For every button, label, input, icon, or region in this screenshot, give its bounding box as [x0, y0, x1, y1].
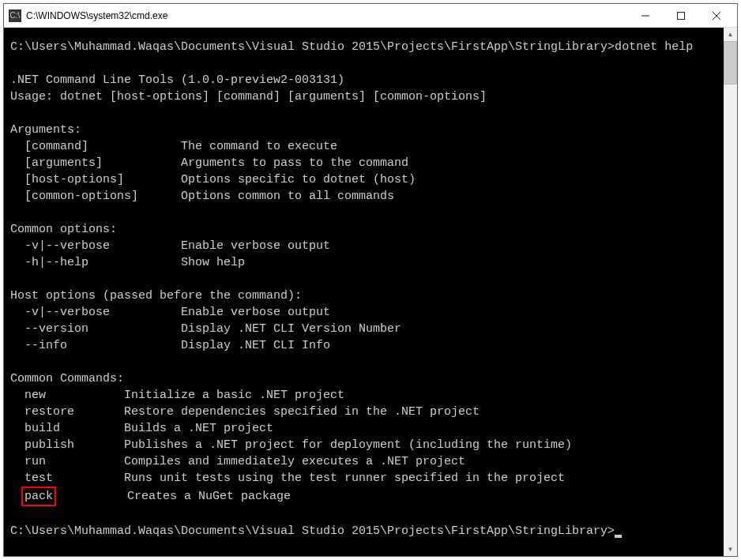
svg-rect-1 — [677, 12, 684, 19]
scroll-down-button[interactable]: ▼ — [724, 543, 737, 556]
scroll-up-button[interactable]: ▲ — [724, 28, 737, 41]
window-title: C:\WINDOWS\system32\cmd.exe — [26, 10, 627, 21]
scrollbar[interactable]: ▲ ▼ — [724, 28, 737, 556]
terminal[interactable]: C:\Users\Muhammad.Waqas\Documents\Visual… — [4, 28, 724, 556]
cursor — [615, 535, 622, 538]
maximize-button[interactable] — [663, 5, 698, 27]
titlebar: C:\ C:\WINDOWS\system32\cmd.exe — [4, 4, 737, 28]
minimize-button[interactable] — [627, 5, 663, 27]
close-icon — [713, 12, 720, 20]
minimize-icon — [641, 12, 649, 20]
cmd-window: C:\ C:\WINDOWS\system32\cmd.exe C:\Users… — [3, 3, 738, 557]
maximize-icon — [677, 12, 685, 20]
cmd-icon: C:\ — [9, 9, 21, 22]
window-controls — [627, 5, 734, 27]
close-button[interactable] — [698, 5, 734, 27]
scrollbar-thumb[interactable] — [724, 41, 737, 85]
terminal-wrap: C:\Users\Muhammad.Waqas\Documents\Visual… — [4, 28, 737, 556]
highlighted-command: pack — [21, 487, 56, 506]
scrollbar-track[interactable] — [724, 41, 737, 543]
